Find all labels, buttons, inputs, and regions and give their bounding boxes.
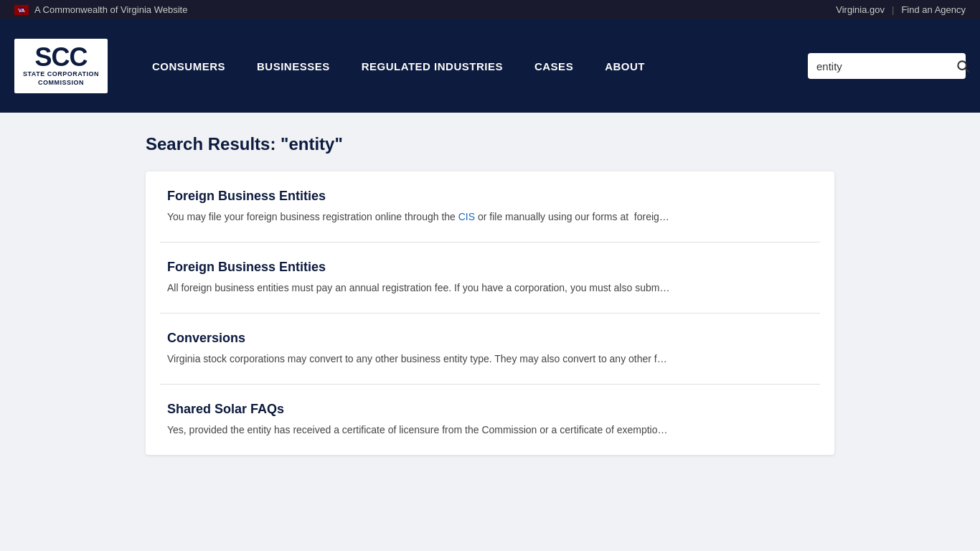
search-input[interactable] bbox=[816, 60, 953, 72]
result-description-2: All foreign business entities must pay a… bbox=[167, 281, 813, 296]
result-item-1: Foreign Business Entities You may file y… bbox=[160, 171, 820, 242]
results-container: Foreign Business Entities You may file y… bbox=[146, 171, 834, 455]
cis-link[interactable]: CIS bbox=[458, 211, 475, 222]
nav-cases[interactable]: CASES bbox=[519, 19, 589, 113]
search-box bbox=[808, 53, 966, 79]
result-item-3: Conversions Virginia stock corporations … bbox=[160, 314, 820, 385]
top-bar-right[interactable]: Virginia.gov | Find an Agency bbox=[836, 4, 966, 15]
nav-regulated-industries[interactable]: REGULATED INDUSTRIES bbox=[346, 19, 519, 113]
search-button[interactable] bbox=[953, 59, 973, 73]
logo-area[interactable]: SCC STATE CORPORATION COMMISSION bbox=[14, 39, 108, 93]
result-title-2[interactable]: Foreign Business Entities bbox=[167, 260, 813, 275]
result-description-1: You may file your foreign business regis… bbox=[167, 209, 813, 225]
svg-text:VA: VA bbox=[18, 8, 24, 13]
search-results-title: Search Results: "entity" bbox=[146, 134, 834, 154]
result-title-4[interactable]: Shared Solar FAQs bbox=[167, 402, 813, 417]
header: SCC STATE CORPORATION COMMISSION CONSUME… bbox=[0, 19, 980, 113]
main-nav: CONSUMERS BUSINESSES REGULATED INDUSTRIE… bbox=[136, 19, 808, 113]
find-agency-link[interactable]: Find an Agency bbox=[901, 4, 966, 15]
nav-businesses[interactable]: BUSINESSES bbox=[241, 19, 346, 113]
result-item-4: Shared Solar FAQs Yes, provided the enti… bbox=[160, 385, 820, 455]
va-flag-icon: VA bbox=[14, 5, 29, 15]
top-bar: VA A Commonwealth of Virginia Website Vi… bbox=[0, 0, 980, 19]
nav-consumers[interactable]: CONSUMERS bbox=[136, 19, 241, 113]
result-item-2: Foreign Business Entities All foreign bu… bbox=[160, 242, 820, 314]
logo-scc-text: SCC bbox=[34, 44, 87, 70]
result-title-3[interactable]: Conversions bbox=[167, 331, 813, 346]
divider: | bbox=[892, 4, 894, 15]
top-bar-left: VA A Commonwealth of Virginia Website bbox=[14, 4, 187, 15]
result-description-4: Yes, provided the entity has received a … bbox=[167, 423, 813, 438]
main-content: Search Results: "entity" Foreign Busines… bbox=[131, 113, 849, 476]
logo-box: SCC STATE CORPORATION COMMISSION bbox=[14, 39, 108, 93]
virginia-gov-link[interactable]: Virginia.gov bbox=[836, 4, 885, 15]
site-label: A Commonwealth of Virginia Website bbox=[34, 4, 187, 15]
search-icon bbox=[956, 59, 970, 73]
nav-about[interactable]: ABOUT bbox=[589, 19, 661, 113]
logo-subtitle: STATE CORPORATION COMMISSION bbox=[23, 70, 99, 87]
result-description-3: Virginia stock corporations may convert … bbox=[167, 352, 813, 367]
svg-line-4 bbox=[966, 69, 969, 72]
search-area bbox=[808, 53, 966, 79]
result-title-1[interactable]: Foreign Business Entities bbox=[167, 189, 813, 204]
